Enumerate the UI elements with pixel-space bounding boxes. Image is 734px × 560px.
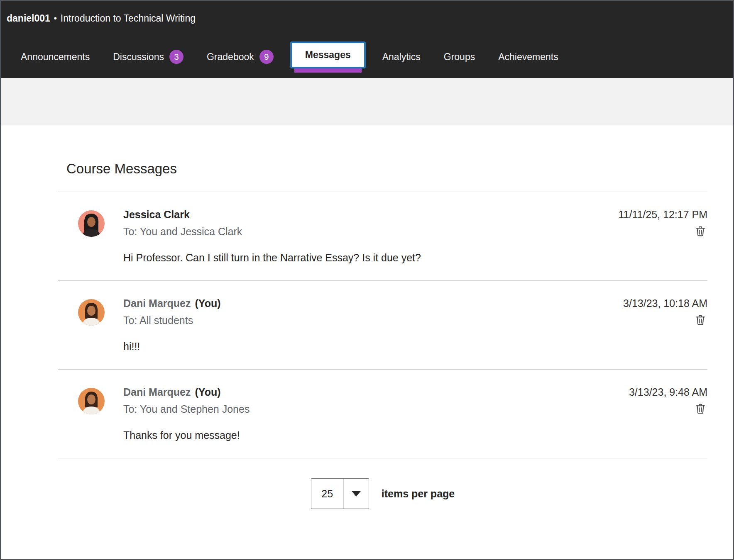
timestamp: 11/11/25, 12:17 PM [618, 209, 707, 221]
nav-announcements[interactable]: Announcements [9, 36, 101, 78]
course-messages-page: daniel001 • Introduction to Technical Wr… [0, 0, 734, 560]
trash-icon [694, 224, 707, 238]
nav-messages-label: Messages [290, 41, 366, 68]
nav-achievements-label: Achievements [498, 51, 558, 63]
message-body: Dani Marquez (You) To: All students hi!!… [123, 297, 611, 353]
sender-line: Dani Marquez (You) [123, 386, 617, 398]
recipients: To: You and Jessica Clark [123, 226, 606, 238]
message-meta: 11/11/25, 12:17 PM [606, 209, 707, 238]
avatar [78, 388, 105, 414]
sender-line: Jessica Clark [123, 209, 606, 221]
active-tab-underline [294, 68, 362, 73]
caret-down-icon [344, 479, 369, 509]
avatar [78, 299, 105, 326]
nav-discussions-label: Discussions [113, 51, 164, 63]
course-header-bar: daniel001 • Introduction to Technical Wr… [1, 1, 733, 36]
trash-icon [694, 402, 707, 415]
nav-analytics-label: Analytics [382, 51, 421, 63]
message-preview: Hi Professor. Can I still turn in the Na… [123, 252, 606, 264]
username: daniel001 [7, 13, 50, 24]
message-preview: Thanks for you message! [123, 429, 617, 441]
message-preview: hi!!! [123, 341, 611, 353]
message-meta: 3/13/23, 10:18 AM [611, 297, 707, 327]
nav-gradebook-label: Gradebook [207, 51, 254, 63]
sender-name: Dani Marquez [123, 386, 191, 398]
message-list: Jessica Clark To: You and Jessica Clark … [58, 192, 707, 458]
nav-announcements-label: Announcements [21, 51, 90, 63]
gradebook-count-badge: 9 [259, 50, 274, 64]
page-title: Course Messages [66, 161, 707, 177]
sub-nav-spacer [1, 78, 733, 124]
delete-message-button[interactable] [694, 224, 707, 238]
nav-groups-label: Groups [444, 51, 475, 63]
course-title: Introduction to Technical Writing [61, 13, 196, 24]
recipients: To: You and Stephen Jones [123, 403, 617, 415]
sender-suffix: (You) [195, 386, 221, 398]
message-row[interactable]: Jessica Clark To: You and Jessica Clark … [58, 192, 707, 281]
message-row[interactable]: Dani Marquez (You) To: All students hi!!… [58, 281, 707, 370]
sender-name: Jessica Clark [123, 209, 190, 221]
message-row[interactable]: Dani Marquez (You) To: You and Stephen J… [58, 370, 707, 458]
course-nav: Announcements Discussions 3 Gradebook 9 … [1, 36, 733, 78]
items-per-page-value: 25 [311, 479, 344, 509]
items-per-page-select[interactable]: 25 [311, 478, 369, 509]
nav-discussions[interactable]: Discussions 3 [101, 36, 195, 78]
message-body: Jessica Clark To: You and Jessica Clark … [123, 209, 606, 264]
sender-name: Dani Marquez [123, 297, 191, 309]
delete-message-button[interactable] [694, 402, 707, 416]
nav-groups[interactable]: Groups [432, 36, 487, 78]
discussions-count-badge: 3 [169, 50, 184, 64]
avatar [78, 210, 105, 237]
sender-suffix: (You) [195, 297, 221, 309]
recipients: To: All students [123, 314, 611, 326]
sender-line: Dani Marquez (You) [123, 297, 611, 309]
nav-analytics[interactable]: Analytics [371, 36, 432, 78]
timestamp: 3/13/23, 9:48 AM [629, 386, 707, 398]
message-meta: 3/13/23, 9:48 AM [617, 386, 707, 416]
delete-message-button[interactable] [694, 313, 707, 327]
title-separator: • [54, 14, 57, 23]
main-content: Course Messages [1, 124, 733, 559]
message-body: Dani Marquez (You) To: You and Stephen J… [123, 386, 617, 441]
nav-gradebook[interactable]: Gradebook 9 [195, 36, 285, 78]
nav-achievements[interactable]: Achievements [487, 36, 570, 78]
items-per-page-label: items per page [382, 488, 455, 500]
pagination: 25 items per page [58, 478, 707, 509]
nav-messages[interactable]: Messages [290, 41, 366, 73]
trash-icon [694, 313, 707, 326]
timestamp: 3/13/23, 10:18 AM [623, 297, 707, 309]
